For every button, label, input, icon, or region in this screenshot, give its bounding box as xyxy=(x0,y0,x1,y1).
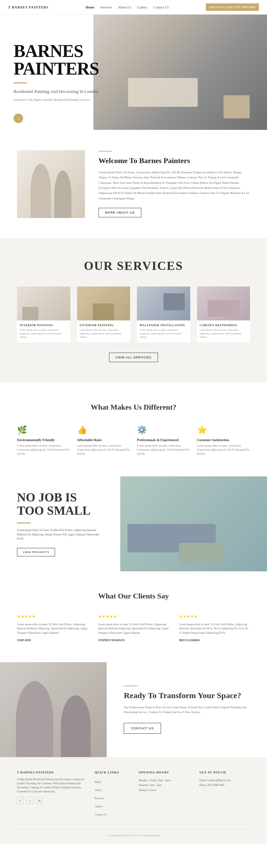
service-desc-cabinet: Lorem ipsum dolor sit amet, consectetur … xyxy=(200,328,248,339)
services-grid: INTERIOR PAINTING Lorem ipsum dolor sit … xyxy=(17,287,250,342)
service-card-exterior: EXTERIOR PAINTING Lorem ipsum dolor sit … xyxy=(77,287,130,342)
nav-home[interactable]: Home xyxy=(86,5,94,9)
footer-hours-weekday: Monday - Friday: 8am - 6pm xyxy=(139,778,189,783)
cta-description: Lorem Ipsum Dolor Sit Amet, To Idur Feli… xyxy=(17,528,103,541)
cta-content: NO JOB IS TOO SMALL Lorem Ipsum Dolor Si… xyxy=(0,477,120,570)
services-section: OUR SERVICES INTERIOR PAINTING Lorem ips… xyxy=(0,238,267,382)
footer-contact-title: Get In Touch xyxy=(199,771,250,774)
testimonials-section: What Our Clients Say ★★★★★ Lorem ipsum d… xyxy=(0,571,267,662)
cta-divider xyxy=(17,522,31,524)
facebook-icon[interactable]: f xyxy=(17,797,24,804)
why-desc-rates: Lorem ipsum dolor sit amet, consectetur.… xyxy=(77,444,130,456)
why-name-rates: Affordable Rates xyxy=(77,438,130,442)
footer-brand-name: T BARNES PAINTERS xyxy=(17,771,85,774)
welcome-title: Welcome To Barnes Painters xyxy=(99,156,250,165)
footer-link-home[interactable]: Home xyxy=(95,781,102,784)
service-name-exterior: EXTERIOR PAINTING xyxy=(80,324,128,327)
footer-brand-column: T BARNES PAINTERS A High Quality Residen… xyxy=(17,771,85,819)
transform-title: Ready To Transform Your Space? xyxy=(124,691,250,700)
hero-bath-visual xyxy=(93,15,267,130)
footer-link-contact[interactable]: Contact Us xyxy=(95,813,107,816)
eco-icon: 🌿 xyxy=(17,425,70,435)
nav-contact[interactable]: Contact Us xyxy=(154,5,169,9)
hero-title: BARNES PAINTERS xyxy=(14,42,99,78)
navbar: T BARNES PAINTERS Home Services About Us… xyxy=(0,0,267,15)
why-desc-satisfaction: Lorem ipsum dolor sit amet, consectetur.… xyxy=(197,444,250,456)
why-name-eco: Environmentally Friendly xyxy=(17,438,70,442)
hero-divider xyxy=(14,82,27,83)
footer-hours-sunday: Sunday: Closed xyxy=(139,788,189,793)
nav-cta-button[interactable]: Get A Free Quote: 020-7946-0460 xyxy=(206,3,259,11)
footer-columns: T BARNES PAINTERS A High Quality Residen… xyxy=(17,771,250,819)
service-desc-wallpaper: Lorem ipsum dolor sit amet, consectetur … xyxy=(140,328,188,339)
nav-services[interactable]: Services xyxy=(101,5,112,9)
transform-team-image xyxy=(0,662,107,757)
footer-contact-column: Get In Touch Email: Contact@BarCo.com Ph… xyxy=(199,771,250,819)
nav-logo: T BARNES PAINTERS xyxy=(8,5,49,9)
service-card-interior: INTERIOR PAINTING Lorem ipsum dolor sit … xyxy=(17,287,70,342)
stars-2: ★★★★★ xyxy=(179,614,250,619)
why-name-pro: Professionals & Experienced xyxy=(137,438,190,442)
footer-contact-content: Email: Contact@BarCo.com Phone: 020-7946… xyxy=(199,778,250,788)
cta-banner-section: NO JOB IS TOO SMALL Lorem Ipsum Dolor Si… xyxy=(0,476,267,571)
why-section: What Makes Us Different? 🌿 Environmental… xyxy=(0,382,267,476)
footer-link-gallery[interactable]: Gallery xyxy=(95,805,103,808)
footer-link-about[interactable]: About xyxy=(95,789,102,792)
nav-gallery[interactable]: Gallery xyxy=(137,5,147,9)
satisfaction-icon: ⭐ xyxy=(197,425,250,435)
linkedin-icon[interactable]: in xyxy=(36,797,43,804)
footer: T BARNES PAINTERS A High Quality Residen… xyxy=(0,757,267,844)
footer-copyright: © Ecommerce Analytics Software. All Righ… xyxy=(17,829,250,837)
why-desc-eco: Lorem ipsum dolor sit amet, consectetur.… xyxy=(17,444,70,456)
welcome-text: Welcome To Barnes Painters Lorem Ipsum D… xyxy=(99,151,250,217)
why-item-pro: ⚙️ Professionals & Experienced Lorem ips… xyxy=(137,425,190,456)
footer-phone: Phone: 020-7946-0460 xyxy=(199,783,250,788)
welcome-team-image xyxy=(17,150,85,218)
hero-content: BARNES PAINTERS Residential Painting And… xyxy=(0,29,112,116)
twitter-icon[interactable]: t xyxy=(26,797,33,804)
service-name-wallpaper: WALLPAPER INSTALLATION xyxy=(140,324,188,327)
cta-title: NO JOB IS TOO SMALL xyxy=(17,491,103,518)
hero-background-image xyxy=(93,15,267,130)
footer-link-services[interactable]: Services xyxy=(95,797,104,800)
hero-subtitle: Residential Painting And Decorating In L… xyxy=(14,88,99,95)
cta-background-image xyxy=(120,476,267,571)
service-name-cabinet: CABINET REFINISHING xyxy=(200,324,248,327)
why-title: What Makes Us Different? xyxy=(17,403,250,412)
testimonial-author-0: JOHN DOE xyxy=(17,639,88,642)
services-title: OUR SERVICES xyxy=(17,259,250,273)
service-desc-exterior: Lorem ipsum dolor sit amet, consectetur … xyxy=(80,328,128,339)
view-projects-button[interactable]: VIEW PROJECTS xyxy=(17,548,55,556)
testimonial-card-1: ★★★★★ Lorem ipsum dolor sit amet, To Fel… xyxy=(98,614,169,642)
transform-divider xyxy=(124,686,137,686)
nav-about[interactable]: About Us xyxy=(118,5,131,9)
footer-hours-content: Monday - Friday: 8am - 6pm Saturday: 9am… xyxy=(139,778,189,793)
why-item-satisfaction: ⭐ Customer Satisfaction Lorem ipsum dolo… xyxy=(197,425,250,456)
footer-brand-description: A High Quality Residential Painting And … xyxy=(17,777,85,794)
why-grid: 🌿 Environmentally Friendly Lorem ipsum d… xyxy=(17,425,250,456)
contact-us-button[interactable]: CONTACT US xyxy=(124,723,161,734)
service-card-wallpaper: WALLPAPER INSTALLATION Lorem ipsum dolor… xyxy=(137,287,190,342)
footer-email: Email: Contact@BarCo.com xyxy=(199,778,250,783)
why-item-eco: 🌿 Environmentally Friendly Lorem ipsum d… xyxy=(17,425,70,456)
welcome-more-about-button[interactable]: MORE ABOUT US xyxy=(99,208,141,217)
testimonial-author-1: STEPHEN MADISON xyxy=(98,639,169,642)
footer-hours-column: Opening Hours Monday - Friday: 8am - 6pm… xyxy=(139,771,189,819)
testimonial-text-0: Lorem ipsum dolor sit amet, To Felis Gol… xyxy=(17,623,88,635)
testimonial-text-2: Lorem ipsum dolor sit amet, To Felis Gol… xyxy=(179,623,250,635)
why-name-satisfaction: Customer Satisfaction xyxy=(197,438,250,442)
transform-description: Our Professional Team Is Here To Give Yo… xyxy=(124,705,250,715)
hero-description: Experience The Highest Quality Residenti… xyxy=(14,98,99,102)
footer-hours-saturday: Saturday: 9am - 3pm xyxy=(139,783,189,788)
welcome-divider xyxy=(99,151,112,152)
welcome-section: Welcome To Barnes Painters Lorem Ipsum D… xyxy=(0,130,267,238)
stars-1: ★★★★★ xyxy=(98,614,169,619)
services-button-wrapper: VIEW ALL SERVICES xyxy=(17,353,250,362)
view-all-services-button[interactable]: VIEW ALL SERVICES xyxy=(109,353,158,362)
welcome-description: Lorem Ipsum Dolor Sit Amet, Consectetur … xyxy=(99,170,250,201)
hero-section: BARNES PAINTERS Residential Painting And… xyxy=(0,15,267,130)
footer-hours-title: Opening Hours xyxy=(139,771,189,774)
testimonials-grid: ★★★★★ Lorem ipsum dolor sit amet, To Fel… xyxy=(17,614,250,642)
why-item-rates: 👍 Affordable Rates Lorem ipsum dolor sit… xyxy=(77,425,130,456)
footer-quick-links-column: Quick Links Home About Services Gallery … xyxy=(95,771,128,819)
